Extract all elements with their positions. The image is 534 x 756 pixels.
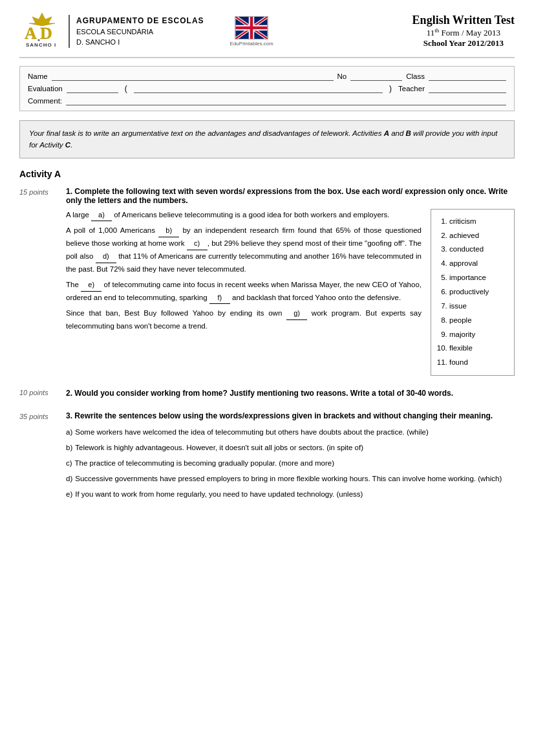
blank-e: e) bbox=[81, 279, 101, 292]
comment-line bbox=[66, 96, 506, 105]
word-item-6: productively bbox=[449, 285, 507, 299]
eval-label: Evaluation bbox=[28, 85, 63, 92]
q3-question: Rewrite the sentences below using the wo… bbox=[74, 411, 493, 420]
word-item-8: people bbox=[449, 314, 507, 328]
q1-passage: A large a) of Americans believe telecomm… bbox=[66, 209, 422, 376]
eval-line2 bbox=[134, 84, 383, 93]
uk-flag-icon bbox=[235, 16, 268, 39]
q3-item-b-text: Telework is highly advantageous. However… bbox=[75, 441, 363, 455]
q1-text: Complete the following text with seven w… bbox=[66, 187, 507, 205]
q3-item-e: If you want to work from home regularly,… bbox=[66, 488, 515, 502]
passage-p4: Since that ban, Best Buy followed Yahoo … bbox=[66, 307, 422, 332]
q2-points: 10 points bbox=[19, 387, 66, 400]
question-3-block: 35 points 3. Rewrite the sentences below… bbox=[19, 411, 515, 502]
q1-num-text: 1. bbox=[66, 187, 72, 196]
class-line bbox=[429, 72, 506, 81]
test-title: English Written Test bbox=[412, 14, 515, 27]
q3-item-c: The practice of telecommuting is becomin… bbox=[66, 457, 515, 471]
q3-number: 3. bbox=[66, 411, 72, 420]
form-year-text: Form / May 2013 bbox=[442, 28, 500, 38]
word-item-3: conducted bbox=[449, 243, 507, 257]
word-item-1: criticism bbox=[449, 215, 507, 229]
teacher-label: Teacher bbox=[398, 85, 425, 92]
eval-row: Evaluation ( ) Teacher bbox=[28, 84, 506, 93]
student-info-box: Name No Class Evaluation ( ) Teacher Com… bbox=[19, 66, 515, 111]
escola-secundaria-label: ESCOLA SECUNDÁRIA bbox=[76, 27, 204, 38]
blank-f: f) bbox=[209, 292, 230, 305]
word-item-10: flexible bbox=[449, 341, 507, 356]
q1-passage-area: A large a) of Americans believe telecomm… bbox=[66, 209, 515, 376]
q1-points: 15 points bbox=[19, 187, 66, 376]
q2-question: Would you consider working from home? Ju… bbox=[74, 389, 453, 398]
name-row: Name No Class bbox=[28, 72, 506, 81]
agrupamento-label: AGRUPAMENTO DE ESCOLAS bbox=[76, 15, 204, 27]
word-box: criticism achieved conducted approval im… bbox=[431, 209, 515, 376]
blank-c: c) bbox=[187, 237, 208, 250]
q3-heading: 3. Rewrite the sentences below using the… bbox=[66, 411, 515, 420]
word-item-7: issue bbox=[449, 299, 507, 314]
passage-p2: A poll of 1,000 Americans b) by an indep… bbox=[66, 224, 422, 275]
blank-d: d) bbox=[96, 250, 116, 263]
blank-a: a) bbox=[91, 209, 112, 222]
page-header: A D SANCHO I AGRUPAMENTO DE ESCOLAS ESCO… bbox=[19, 12, 515, 58]
q3-item-a: Some workers have welcomed the idea of t… bbox=[66, 426, 515, 440]
word-item-9: majority bbox=[449, 328, 507, 342]
q3-item-a-text: Some workers have welcomed the idea of t… bbox=[75, 426, 429, 440]
q3-item-d: Successive governments have pressed empl… bbox=[66, 472, 515, 486]
activity-a-title: Activity A bbox=[19, 169, 515, 179]
svg-text:A: A bbox=[25, 24, 37, 43]
q2-number: 2. bbox=[66, 389, 72, 398]
instruction-box: Your final task is to write an argumenta… bbox=[19, 120, 515, 158]
q3-points: 35 points bbox=[19, 411, 66, 502]
school-year: School Year 2012/2013 bbox=[412, 38, 515, 49]
word-list: criticism achieved conducted approval im… bbox=[438, 215, 507, 370]
form-year: 11th Form / May 2013 bbox=[412, 27, 515, 38]
q3-item-e-text: If you want to work from home regularly,… bbox=[75, 488, 363, 502]
header-left: A D SANCHO I AGRUPAMENTO DE ESCOLAS ESCO… bbox=[19, 12, 273, 50]
school-logo: A D SANCHO I bbox=[19, 12, 65, 50]
escola-sancho-label: D. SANCHO I bbox=[76, 37, 204, 48]
word-item-11: found bbox=[449, 356, 507, 370]
passage-p3: The e) of telecommuting came into focus … bbox=[66, 279, 422, 304]
svg-text:D: D bbox=[40, 24, 52, 43]
logo-box: A D SANCHO I AGRUPAMENTO DE ESCOLAS ESCO… bbox=[19, 12, 204, 50]
q1-content: 1. Complete the following text with seve… bbox=[66, 187, 515, 376]
teacher-line bbox=[429, 84, 506, 93]
word-item-2: achieved bbox=[449, 229, 507, 243]
q3-items-list: Some workers have welcomed the idea of t… bbox=[66, 426, 515, 501]
word-item-4: approval bbox=[449, 257, 507, 271]
q3-item-d-text: Successive governments have pressed empl… bbox=[75, 472, 502, 486]
name-line bbox=[52, 72, 334, 81]
q3-content: 3. Rewrite the sentences below using the… bbox=[66, 411, 515, 502]
flag-box: EduPrintables.com bbox=[230, 16, 273, 47]
no-line bbox=[350, 72, 402, 81]
comment-label: Comment: bbox=[28, 97, 62, 105]
comment-row: Comment: bbox=[28, 96, 506, 105]
name-label: Name bbox=[28, 72, 48, 80]
passage-p1: A large a) of Americans believe telecomm… bbox=[66, 209, 422, 222]
class-label: Class bbox=[406, 72, 425, 80]
flag-caption: EduPrintables.com bbox=[230, 41, 273, 47]
instruction-text: Your final task is to write an argumenta… bbox=[29, 129, 497, 149]
q1-number: 1. Complete the following text with seve… bbox=[66, 187, 515, 205]
eval-line1 bbox=[67, 84, 118, 93]
q2-text: 2. Would you consider working from home?… bbox=[66, 387, 515, 400]
blank-g: g) bbox=[286, 307, 307, 320]
header-right: English Written Test 11th Form / May 201… bbox=[412, 14, 515, 49]
no-label: No bbox=[337, 72, 347, 80]
q3-item-c-text: The practice of telecommuting is becomin… bbox=[75, 457, 334, 471]
svg-text:SANCHO I: SANCHO I bbox=[26, 42, 56, 48]
school-group-name: AGRUPAMENTO DE ESCOLAS ESCOLA SECUNDÁRIA… bbox=[69, 15, 204, 48]
svg-point-3 bbox=[38, 39, 40, 41]
blank-b: b) bbox=[158, 224, 179, 237]
question-2-block: 10 points 2. Would you consider working … bbox=[19, 387, 515, 400]
word-item-5: importance bbox=[449, 271, 507, 285]
q3-item-b: Telework is highly advantageous. However… bbox=[66, 441, 515, 455]
question-1-block: 15 points 1. Complete the following text… bbox=[19, 187, 515, 376]
q2-content: 2. Would you consider working from home?… bbox=[66, 387, 515, 400]
